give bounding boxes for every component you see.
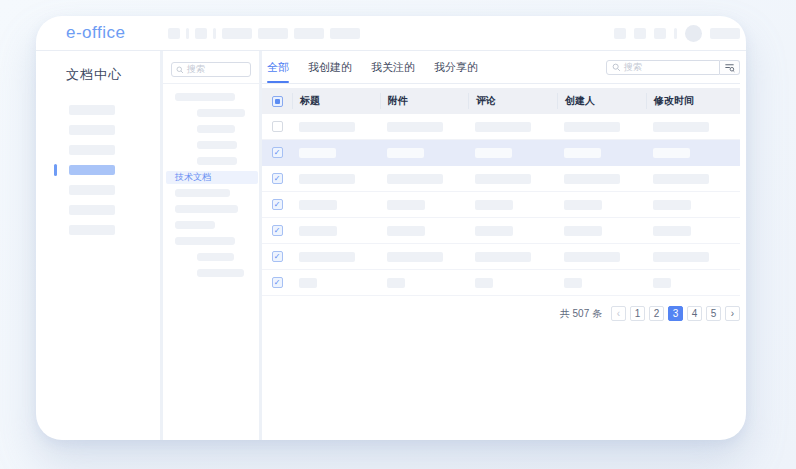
action-icon-placeholder[interactable] (634, 28, 646, 39)
tree-item-active[interactable]: 技术文档 (166, 171, 258, 184)
tree-item[interactable] (163, 153, 259, 169)
page-button[interactable]: 2 (649, 306, 664, 321)
cell-placeholder (564, 148, 601, 158)
cell-placeholder (564, 252, 620, 262)
check-icon: ✓ (274, 227, 281, 235)
tree-item[interactable] (163, 217, 259, 233)
tree-search-placeholder: 搜索 (187, 63, 205, 76)
app-body: 文档中心 搜索 技术文档 全部我创建的我关注的我分享的 搜索 (36, 51, 746, 440)
nav-item-placeholder[interactable] (195, 28, 207, 39)
table-cell (468, 252, 557, 262)
table-cell (646, 226, 739, 236)
action-icon-placeholder[interactable] (710, 28, 740, 39)
table-cell (646, 278, 739, 288)
table-row[interactable]: ✓ (262, 270, 740, 296)
tree-item[interactable] (163, 201, 259, 217)
check-icon: ✓ (274, 253, 281, 261)
tree-item-placeholder (175, 237, 235, 245)
sidebar-menu-item[interactable] (69, 105, 115, 115)
row-checkbox[interactable]: ✓ (272, 147, 283, 158)
check-icon: ✓ (274, 175, 281, 183)
header-checkbox-cell (262, 96, 292, 107)
row-checkbox[interactable]: ✓ (272, 199, 283, 210)
tree-item[interactable] (163, 233, 259, 249)
row-checkbox[interactable]: ✓ (272, 225, 283, 236)
cell-placeholder (564, 278, 582, 288)
table-row[interactable]: ✓ (262, 218, 740, 244)
tree-item-placeholder (175, 221, 215, 229)
previous-page-button[interactable]: ‹ (611, 306, 626, 321)
table-cell (380, 122, 468, 132)
cell-placeholder (564, 200, 602, 210)
cell-placeholder (653, 278, 671, 288)
nav-item-placeholder[interactable] (222, 28, 252, 39)
row-checkbox[interactable]: ✓ (272, 277, 283, 288)
tabs: 全部我创建的我关注的我分享的 (262, 51, 478, 83)
table-row[interactable]: ✓ (262, 244, 740, 270)
sidebar-menu-item[interactable] (69, 225, 115, 235)
nav-item-placeholder[interactable] (330, 28, 360, 39)
page-button[interactable]: 5 (706, 306, 721, 321)
table-body: ✓✓✓✓✓✓ (262, 114, 740, 296)
nav-item-placeholder[interactable] (168, 28, 180, 39)
table-cell (468, 174, 557, 184)
documents-table: 标题附件评论创建人修改时间 ✓✓✓✓✓✓ (262, 88, 740, 296)
tree-item-placeholder (197, 109, 245, 117)
page-button[interactable]: 3 (668, 306, 683, 321)
table-row[interactable] (262, 114, 740, 140)
tree-item[interactable] (163, 137, 259, 153)
sidebar-menu-item[interactable] (69, 205, 115, 215)
row-checkbox-cell (262, 121, 292, 132)
row-checkbox-cell: ✓ (262, 147, 292, 158)
tree-item[interactable] (163, 185, 259, 201)
table-search-placeholder: 搜索 (624, 61, 642, 74)
action-icon-placeholder[interactable] (614, 28, 626, 39)
tree-item[interactable] (163, 265, 259, 281)
tab[interactable]: 我关注的 (371, 51, 415, 83)
cell-placeholder (653, 252, 709, 262)
table-row[interactable]: ✓ (262, 166, 740, 192)
row-checkbox[interactable] (272, 121, 283, 132)
sidebar-menu-item[interactable] (69, 185, 115, 195)
row-checkbox[interactable]: ✓ (272, 251, 283, 262)
tab[interactable]: 我分享的 (434, 51, 478, 83)
sidebar-menu-item[interactable] (69, 165, 115, 175)
tree-item-placeholder (197, 125, 235, 133)
nav-item-placeholder[interactable] (294, 28, 324, 39)
tree-search-input[interactable]: 搜索 (171, 62, 251, 77)
tab[interactable]: 全部 (267, 51, 289, 83)
page-button[interactable]: 4 (687, 306, 702, 321)
action-icon-placeholder[interactable] (654, 28, 666, 39)
table-cell (557, 226, 646, 236)
cell-placeholder (299, 174, 355, 184)
table-row[interactable]: ✓ (262, 140, 740, 166)
table-cell (557, 200, 646, 210)
tree-item-placeholder (175, 93, 235, 101)
select-all-checkbox[interactable] (272, 96, 283, 107)
advanced-search-button[interactable] (720, 60, 740, 75)
tab[interactable]: 我创建的 (308, 51, 352, 83)
row-checkbox-cell: ✓ (262, 199, 292, 210)
cell-placeholder (387, 226, 425, 236)
page-button[interactable]: 1 (630, 306, 645, 321)
table-row[interactable]: ✓ (262, 192, 740, 218)
sidebar-menu-item[interactable] (69, 125, 115, 135)
nav-item-placeholder[interactable] (258, 28, 288, 39)
cell-placeholder (475, 122, 531, 132)
filter-search-icon (724, 62, 735, 73)
next-page-button[interactable]: › (725, 306, 740, 321)
table-cell (292, 148, 380, 158)
sidebar-menu-item[interactable] (69, 145, 115, 155)
table-cell (292, 226, 380, 236)
table-search-input[interactable]: 搜索 (606, 60, 720, 75)
tree-item[interactable] (163, 121, 259, 137)
cell-placeholder (653, 200, 691, 210)
indeterminate-mark (275, 99, 280, 104)
table-cell (646, 174, 739, 184)
tree-item[interactable] (163, 249, 259, 265)
tree-item[interactable] (163, 105, 259, 121)
user-avatar[interactable] (685, 25, 702, 42)
tree-item[interactable] (163, 89, 259, 105)
check-icon: ✓ (274, 149, 281, 157)
row-checkbox[interactable]: ✓ (272, 173, 283, 184)
